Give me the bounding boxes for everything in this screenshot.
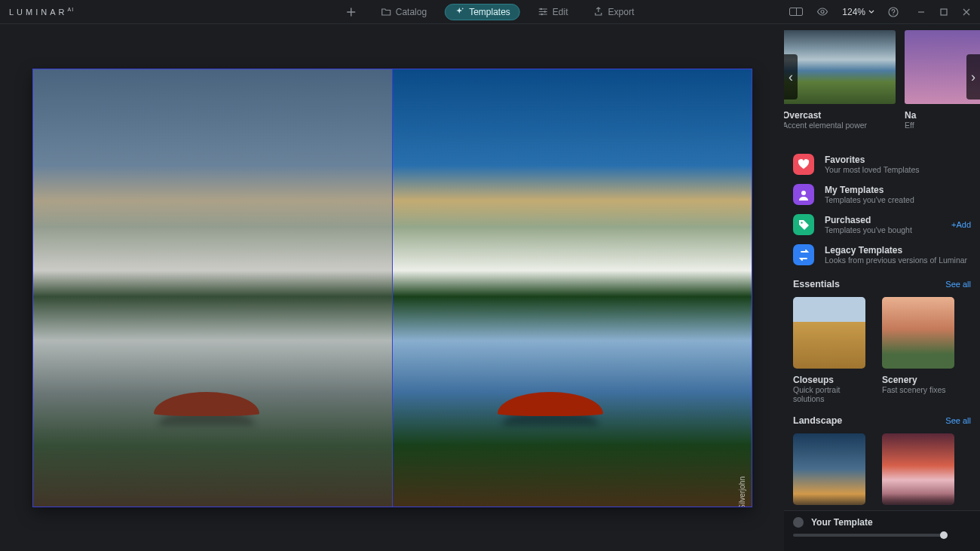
carousel-subtitle: Eff (905, 121, 980, 130)
main-nav: Catalog Templates Edit Export (338, 4, 642, 20)
nav-export-label: Export (608, 7, 635, 17)
export-icon (594, 7, 604, 17)
category-subtitle: Looks from previous versions of Luminar (825, 256, 967, 265)
collection-thumb (793, 433, 865, 505)
category-title: Favorites (825, 155, 920, 165)
collection-big-city-lights[interactable]: Big City Lights (793, 433, 865, 510)
featured-carousel: ‹ › Overcast Accent elemental power Na E… (784, 30, 980, 136)
category-subtitle: Templates you've bought (825, 225, 912, 234)
collection-scenery[interactable]: Scenery Fast scenery fixes (882, 297, 954, 403)
zoom-value: 124% (842, 7, 865, 17)
boat-shape (154, 392, 259, 416)
collection-thumb (793, 297, 865, 369)
see-all-link[interactable]: See all (945, 416, 971, 425)
carousel-title: Na (905, 110, 980, 121)
app-logo: LUMINARAI (9, 7, 74, 17)
right-controls: 124% (789, 7, 971, 17)
swap-icon (793, 244, 814, 265)
nav-catalog[interactable]: Catalog (374, 4, 434, 20)
category-my-templates[interactable]: My Templates Templates you've created (793, 179, 971, 210)
svg-point-0 (541, 8, 543, 11)
carousel-next[interactable]: › (966, 54, 980, 99)
nav-export[interactable]: Export (586, 4, 642, 20)
user-icon (793, 184, 814, 205)
carousel-card-featured[interactable]: Overcast Accent elemental power (784, 30, 896, 130)
heart-icon (793, 154, 814, 175)
svg-point-2 (541, 14, 544, 16)
compare-toggle[interactable] (789, 8, 803, 16)
main-area: © Silverjohn ‹ › Overcast Accent element… (0, 24, 980, 551)
maximize-button[interactable] (939, 8, 948, 17)
compare-divider[interactable] (392, 69, 393, 507)
app-suffix: AI (68, 7, 75, 12)
nav-edit[interactable]: Edit (531, 4, 576, 20)
category-subtitle: Templates you've created (825, 195, 914, 204)
strength-slider[interactable] (793, 534, 944, 537)
carousel-prev[interactable]: ‹ (784, 54, 798, 99)
section-landscape: Landscape See all Big City Lights Sunset… (784, 412, 980, 510)
section-essentials: Essentials See all Closeups Quick portra… (784, 270, 980, 412)
category-purchased[interactable]: Purchased Templates you've bought +Add (793, 210, 971, 240)
nav-catalog-label: Catalog (396, 7, 427, 17)
collection-subtitle: Quick portrait solutions (793, 385, 865, 403)
preview-canvas[interactable]: © Silverjohn (32, 69, 752, 507)
template-strength-panel: Your Template (784, 510, 980, 551)
category-list: Favorites Your most loved Templates My T… (784, 149, 980, 270)
chevron-down-icon (868, 10, 874, 14)
preview-after: © Silverjohn (392, 69, 752, 507)
svg-point-6 (801, 191, 806, 195)
category-title: My Templates (825, 185, 914, 195)
folder-icon (381, 7, 391, 17)
svg-rect-5 (941, 9, 947, 15)
collection-title: Scenery (882, 375, 954, 385)
add-button[interactable] (338, 4, 363, 20)
section-title: Essentials (793, 279, 840, 289)
collection-closeups[interactable]: Closeups Quick portrait solutions (793, 297, 865, 403)
window-controls (917, 8, 971, 17)
template-dot-icon (793, 517, 804, 528)
collection-sunsets[interactable]: Sunsets (882, 433, 954, 510)
sliders-icon (538, 7, 548, 17)
carousel-subtitle: Accent elemental power (784, 121, 896, 130)
section-title: Landscape (793, 415, 842, 426)
nav-templates-label: Templates (469, 7, 510, 17)
preview-before (33, 69, 393, 507)
canvas-area: © Silverjohn (0, 24, 784, 551)
watermark: © Silverjohn (739, 476, 747, 507)
collection-thumb (882, 297, 954, 369)
svg-point-1 (544, 11, 547, 13)
category-favorites[interactable]: Favorites Your most loved Templates (793, 149, 971, 179)
boat-shape (498, 392, 603, 416)
nav-edit-label: Edit (553, 7, 568, 17)
collection-thumb (882, 433, 954, 505)
add-purchased-link[interactable]: +Add (951, 220, 971, 229)
sparkle-icon (455, 7, 464, 17)
carousel-title: Overcast (784, 110, 896, 121)
zoom-control[interactable]: 124% (842, 7, 874, 17)
templates-panel: ‹ › Overcast Accent elemental power Na E… (784, 24, 980, 551)
minimize-button[interactable] (917, 8, 926, 17)
svg-point-7 (801, 222, 802, 223)
collection-title: Closeups (793, 375, 865, 385)
category-legacy[interactable]: Legacy Templates Looks from previous ver… (793, 240, 971, 270)
slider-handle[interactable] (940, 531, 948, 539)
category-title: Purchased (825, 215, 912, 225)
category-title: Legacy Templates (825, 245, 967, 256)
collection-subtitle: Fast scenery fixes (882, 385, 954, 394)
your-template-label: Your Template (811, 517, 873, 528)
help-icon[interactable] (888, 7, 899, 17)
plus-icon (346, 7, 356, 17)
eye-icon[interactable] (816, 8, 828, 16)
close-button[interactable] (962, 8, 971, 17)
nav-templates[interactable]: Templates (445, 4, 520, 20)
see-all-link[interactable]: See all (945, 280, 971, 289)
top-bar: LUMINARAI Catalog Templates Edit (0, 0, 980, 24)
category-subtitle: Your most loved Templates (825, 165, 920, 174)
svg-point-3 (821, 11, 824, 14)
app-name: LUMINAR (9, 8, 68, 17)
carousel-thumb (784, 30, 896, 104)
tag-icon (793, 214, 814, 235)
